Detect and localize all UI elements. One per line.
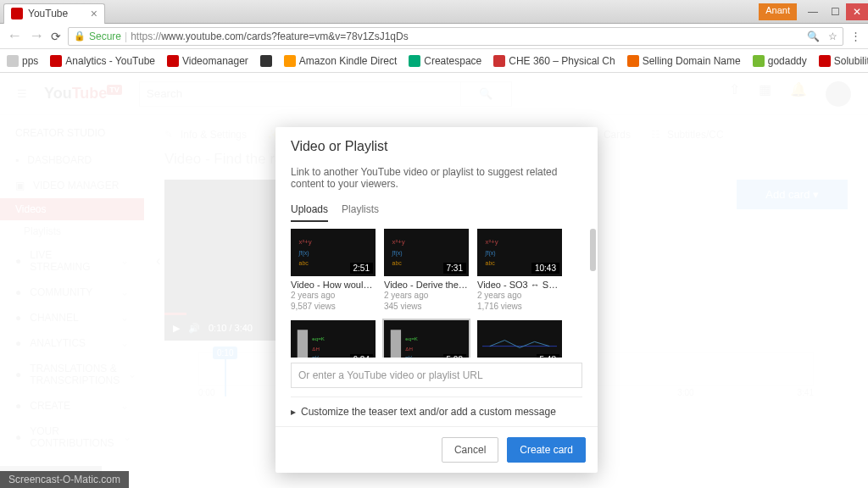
video-card[interactable]: 5:48The equilibrium constan… [477, 320, 562, 358]
video-card[interactable]: eq=KΔHpV6:24Video - Given the equilib… [291, 320, 376, 358]
bookmark-item[interactable]: godaddy [753, 55, 807, 67]
svg-text:abc: abc [392, 260, 403, 266]
maximize-button[interactable]: ☐ [824, 3, 846, 20]
chrome-menu-icon[interactable]: ⋮ [850, 30, 861, 42]
svg-text:ΔH: ΔH [405, 346, 413, 352]
tab-playlists[interactable]: Playlists [342, 198, 379, 222]
bookmark-item[interactable]: Solubility - YouTube [819, 55, 868, 67]
reload-button[interactable]: ⟳ [51, 30, 61, 43]
back-button[interactable]: ← [7, 27, 22, 45]
create-card-button[interactable]: Create card [507, 437, 586, 463]
svg-text:pV: pV [312, 354, 319, 358]
tab-uploads[interactable]: Uploads [291, 198, 328, 222]
svg-text:ΔH: ΔH [312, 346, 320, 352]
modal-description: Link to another YouTube video or playlis… [275, 161, 598, 198]
bookmark-item[interactable]: Selling Domain Name [627, 55, 741, 67]
svg-text:abc: abc [299, 260, 309, 266]
youtube-favicon [11, 8, 23, 19]
bookmark-item[interactable]: Videomanager [167, 55, 248, 67]
search-icon[interactable]: 🔍 [807, 30, 820, 42]
cancel-button[interactable]: Cancel [442, 437, 498, 463]
minimize-button[interactable]: — [802, 3, 824, 20]
bookmark-item[interactable]: pps [7, 55, 38, 67]
window-controls: Anant — ☐ ✕ [759, 3, 868, 20]
svg-text:x²+y: x²+y [486, 238, 498, 246]
video-grid: x²+y∫f(x)abc2:51Video - How would you p…… [275, 222, 598, 358]
lock-icon: 🔒 [74, 30, 86, 42]
bookmark-item[interactable]: Createspace [409, 55, 481, 67]
video-card[interactable]: eq=KΔHpV5:02Given equilibrium const… [384, 320, 469, 358]
svg-rect-9 [298, 330, 308, 358]
star-icon[interactable]: ☆ [828, 30, 837, 42]
svg-text:∫f(x): ∫f(x) [485, 250, 496, 257]
svg-text:∫f(x): ∫f(x) [392, 250, 403, 257]
watermark: Screencast-O-Matic.com [0, 471, 129, 488]
address-bar[interactable]: 🔒 Secure | https://www.youtube.com/cards… [68, 27, 843, 46]
video-card[interactable]: x²+y∫f(x)abc2:51Video - How would you p…… [291, 229, 376, 312]
browser-titlebar: YouTube × Anant — ☐ ✕ [0, 0, 868, 24]
forward-button: → [29, 27, 44, 45]
tab-title: YouTube [28, 8, 86, 19]
bookmark-item[interactable]: Amazon Kindle Direct [284, 55, 397, 67]
close-window-button[interactable]: ✕ [846, 3, 868, 20]
modal-title: Video or Playlist [275, 127, 598, 161]
svg-text:pV: pV [405, 354, 412, 358]
bookmark-item[interactable]: Analytics - YouTube [50, 55, 155, 67]
bookmark-item[interactable] [260, 55, 272, 67]
svg-text:eq=K: eq=K [312, 336, 325, 341]
url-input[interactable]: Or enter a YouTube video or playlist URL [291, 363, 582, 388]
browser-tab[interactable]: YouTube × [3, 3, 105, 24]
video-playlist-modal: Video or Playlist Link to another YouTub… [275, 127, 598, 473]
video-card[interactable]: x²+y∫f(x)abc7:31Video - Derive the relat… [384, 229, 469, 312]
secure-label: Secure [89, 30, 121, 42]
modal-tabs: Uploads Playlists [275, 198, 598, 222]
scrollbar[interactable] [590, 229, 596, 271]
expand-icon: ▸ [291, 406, 296, 418]
svg-text:eq=K: eq=K [405, 336, 418, 341]
bookmarks-bar: ppsAnalytics - YouTubeVideomanagerAmazon… [0, 49, 868, 73]
svg-text:∫f(x): ∫f(x) [298, 250, 309, 257]
svg-text:x²+y: x²+y [299, 238, 312, 246]
bookmark-item[interactable]: CHE 360 – Physical Ch [493, 55, 615, 67]
modal-actions: Cancel Create card [275, 426, 598, 473]
video-card[interactable]: x²+y∫f(x)abc10:43Video - SO3 ↔ SO2 + O2…… [477, 229, 562, 312]
browser-urlbar: ← → ⟳ 🔒 Secure | https://www.youtube.com… [0, 24, 868, 49]
svg-text:x²+y: x²+y [392, 238, 405, 246]
close-tab-icon[interactable]: × [91, 7, 97, 20]
svg-text:abc: abc [486, 260, 496, 266]
svg-rect-13 [391, 330, 401, 358]
chrome-user-badge[interactable]: Anant [759, 3, 797, 20]
customize-expand[interactable]: ▸ Customize the teaser text and/or add a… [291, 396, 582, 426]
